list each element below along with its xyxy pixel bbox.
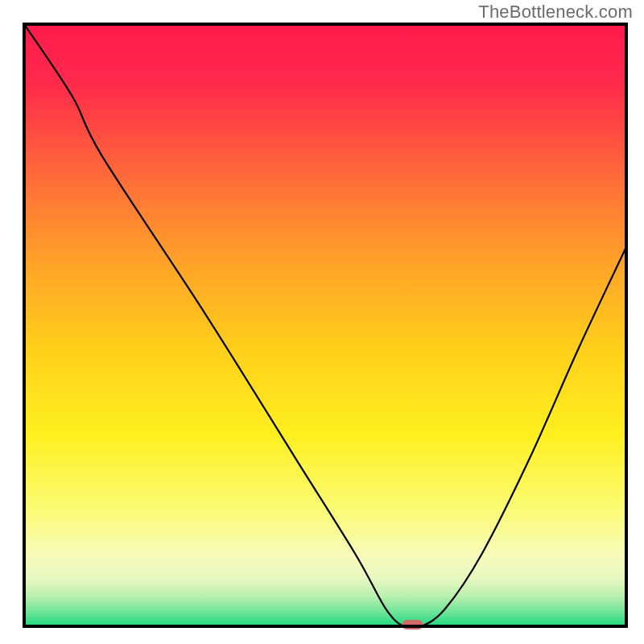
watermark-text: TheBottleneck.com [478, 2, 633, 23]
bottleneck-chart [0, 0, 644, 644]
gradient-background [24, 24, 626, 626]
chart-stage: TheBottleneck.com [0, 0, 644, 644]
